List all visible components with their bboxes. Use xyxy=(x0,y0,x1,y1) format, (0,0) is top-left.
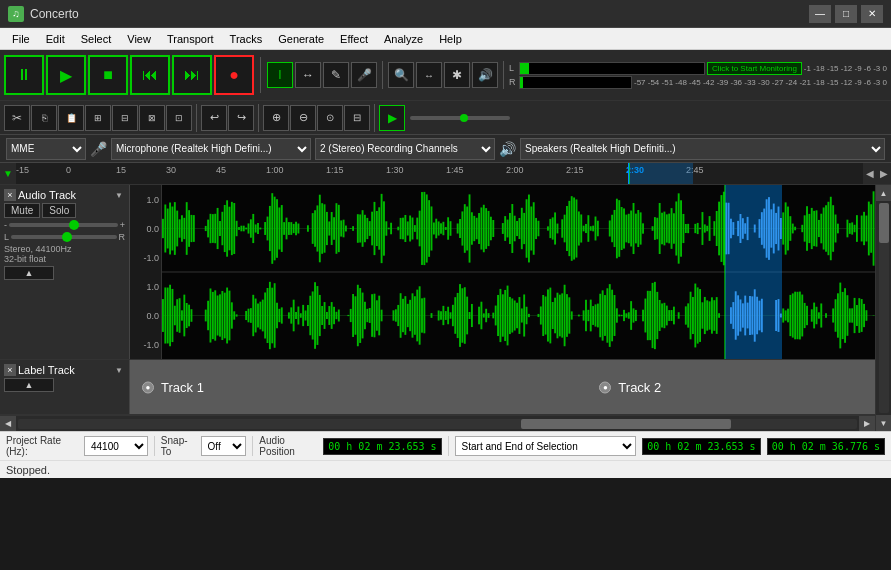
zoom-selection-button[interactable]: ⊙ xyxy=(317,105,343,131)
audio-track-dropdown[interactable]: ▼ xyxy=(115,191,125,200)
play-button[interactable]: ▶ xyxy=(46,55,86,95)
menu-tracks[interactable]: Tracks xyxy=(222,28,271,50)
label-track-close[interactable]: × xyxy=(4,364,16,376)
menu-file[interactable]: File xyxy=(4,28,38,50)
zoom-fit-tool[interactable]: ↔ xyxy=(416,62,442,88)
paste-tool[interactable]: 📋 xyxy=(58,105,84,131)
play-at-speed-button[interactable]: ▶ xyxy=(379,105,405,131)
menu-analyze[interactable]: Analyze xyxy=(376,28,431,50)
timeline-arrow[interactable]: ▼ xyxy=(0,163,16,185)
stop-button[interactable]: ■ xyxy=(88,55,128,95)
timeline-scroll-right[interactable]: ▶ xyxy=(877,163,891,185)
svg-rect-241 xyxy=(442,222,444,235)
audio-track-close[interactable]: × xyxy=(4,189,16,201)
svg-rect-407 xyxy=(640,212,642,244)
menu-edit[interactable]: Edit xyxy=(38,28,73,50)
label-track-dropdown[interactable]: ▼ xyxy=(115,366,125,375)
svg-rect-133 xyxy=(314,210,316,247)
svg-rect-105 xyxy=(281,205,283,252)
channels-select[interactable]: 2 (Stereo) Recording Channels xyxy=(315,138,495,160)
svg-rect-169 xyxy=(357,214,359,243)
pause-button[interactable]: ⏸ xyxy=(4,55,44,95)
v-scroll-thumb[interactable] xyxy=(879,203,889,243)
pan-slider[interactable] xyxy=(11,235,116,239)
scroll-up-button[interactable]: ▲ xyxy=(876,185,892,201)
svg-rect-231 xyxy=(431,206,433,250)
volume-slider[interactable] xyxy=(9,223,118,227)
selection-tool[interactable]: I xyxy=(267,62,293,88)
svg-rect-116 xyxy=(293,300,295,332)
zoom-in-button[interactable]: ⊕ xyxy=(263,105,289,131)
draw-tool[interactable]: ✎ xyxy=(323,62,349,88)
audio-waveform-area[interactable]: 1.0 0.0 -1.0 1.0 0.0 -1.0 xyxy=(130,185,875,359)
svg-rect-345 xyxy=(566,206,568,251)
h-scroll-thumb[interactable] xyxy=(521,419,731,429)
driver-select[interactable]: MME xyxy=(6,138,86,160)
h-scroll-track[interactable] xyxy=(18,419,857,429)
zoom-fit-button[interactable]: ⊟ xyxy=(344,105,370,131)
svg-rect-424 xyxy=(659,300,661,331)
scroll-down-button[interactable]: ▼ xyxy=(876,415,892,431)
menu-generate[interactable]: Generate xyxy=(270,28,332,50)
R-meter xyxy=(519,76,632,89)
minimize-button[interactable]: — xyxy=(809,5,831,23)
cut-tool[interactable]: ✂ xyxy=(4,105,30,131)
skip-back-button[interactable]: ⏮ xyxy=(130,55,170,95)
project-rate-select[interactable]: 44100 xyxy=(84,436,148,456)
track-up-button[interactable]: ▲ xyxy=(4,266,54,280)
label-text-2[interactable]: Track 2 xyxy=(614,378,665,397)
svg-rect-99 xyxy=(274,197,276,261)
label-text-1[interactable]: Track 1 xyxy=(157,378,208,397)
svg-rect-307 xyxy=(521,208,523,249)
zoom-out-button[interactable]: ⊖ xyxy=(290,105,316,131)
maximize-button[interactable]: □ xyxy=(835,5,857,23)
monitoring-button[interactable]: Click to Start Monitoring xyxy=(707,62,802,75)
snap-to-select[interactable]: Off xyxy=(201,436,247,456)
menu-effect[interactable]: Effect xyxy=(332,28,376,50)
v-scroll-track[interactable] xyxy=(879,203,889,413)
menu-help[interactable]: Help xyxy=(431,28,470,50)
selection-type-select[interactable]: Start and End of Selection Start and Len… xyxy=(455,436,637,456)
svg-rect-369 xyxy=(595,217,597,241)
skip-forward-button[interactable]: ⏭ xyxy=(172,55,212,95)
align-tool[interactable]: ⊠ xyxy=(139,105,165,131)
copy-tool[interactable]: ⎘ xyxy=(31,105,57,131)
multitool[interactable]: ✱ xyxy=(444,62,470,88)
undo-button[interactable]: ↩ xyxy=(201,105,227,131)
scroll-right-button[interactable]: ▶ xyxy=(859,416,875,432)
label-track-name: Label Track xyxy=(18,364,113,376)
svg-rect-216 xyxy=(412,293,414,337)
svg-rect-410 xyxy=(642,310,644,322)
silence-tool[interactable]: ⊟ xyxy=(112,105,138,131)
input-device-select[interactable]: Microphone (Realtek High Defini...) xyxy=(111,138,311,160)
menu-transport[interactable]: Transport xyxy=(159,28,222,50)
svg-rect-181 xyxy=(371,212,373,246)
timeline-scroll-left[interactable]: ◀ xyxy=(863,163,877,185)
output-device-select[interactable]: Speakers (Realtek High Definiti...) xyxy=(520,138,885,160)
svg-rect-111 xyxy=(288,222,290,235)
svg-rect-49 xyxy=(214,214,216,243)
close-button[interactable]: ✕ xyxy=(861,5,883,23)
svg-rect-306 xyxy=(519,297,521,334)
record-button[interactable]: ● xyxy=(214,55,254,95)
extra-tool[interactable]: ⊡ xyxy=(166,105,192,131)
redo-button[interactable]: ↪ xyxy=(228,105,254,131)
solo-button[interactable]: Solo xyxy=(42,203,76,218)
envelope-tool[interactable]: ↔ xyxy=(295,62,321,88)
scroll-left-button[interactable]: ◀ xyxy=(0,416,16,432)
svg-rect-439 xyxy=(678,193,680,263)
label-track-container: × Label Track ▼ ▲ ● Track 1 ● Track 2 xyxy=(0,360,875,415)
speaker-tool[interactable]: 🔊 xyxy=(472,62,498,88)
label-track-up[interactable]: ▲ xyxy=(4,378,54,392)
trim-tool[interactable]: ⊞ xyxy=(85,105,111,131)
label-track-content[interactable]: ● Track 1 ● Track 2 xyxy=(130,360,875,414)
zoom-in-tool[interactable]: 🔍 xyxy=(388,62,414,88)
svg-rect-380 xyxy=(606,288,608,342)
mic-tool[interactable]: 🎤 xyxy=(351,62,377,88)
svg-rect-494 xyxy=(742,303,744,327)
mute-button[interactable]: Mute xyxy=(4,203,40,218)
menu-select[interactable]: Select xyxy=(73,28,120,50)
menu-view[interactable]: View xyxy=(119,28,159,50)
svg-rect-465 xyxy=(709,216,711,241)
svg-rect-324 xyxy=(540,306,542,324)
